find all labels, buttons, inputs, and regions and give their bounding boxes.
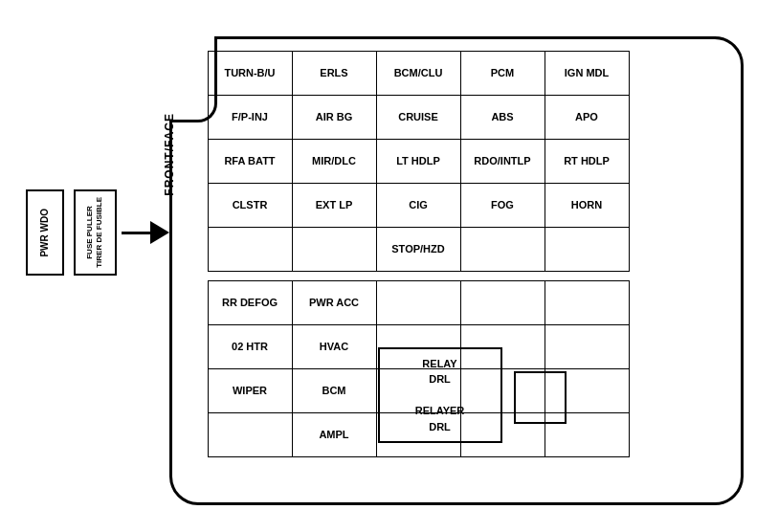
cell-fog: FOG [460,184,545,228]
cell-empty-4 [545,228,629,272]
cell-air-bg: AIR BG [292,96,376,140]
cell-apo: APO [545,96,629,140]
pwr-wdo-label: PWR WDO [39,209,51,257]
cell-b-empty-6 [545,325,629,369]
cell-pcm: PCM [460,52,545,96]
cell-cruise: CRUISE [376,96,460,140]
cell-fp-inj: F/P-INJ [208,96,292,140]
cell-ext-lp: EXT LP [292,184,376,228]
relay-drl-box: RELAYDRLRELAYERDRL [378,347,502,443]
cell-rr-defog: RR DEFOG [208,281,292,325]
pwr-wdo-box: PWR WDO [26,189,64,276]
cell-rt-hdlp: RT HDLP [545,140,629,184]
cell-rfa-batt: RFA BATT [208,140,292,184]
cell-wiper: WIPER [208,369,292,413]
cell-turn-bu: TURN-B/U [208,52,292,96]
relay-drl-label: RELAYDRLRELAYERDRL [415,356,465,435]
cell-empty-wiper2 [208,413,292,457]
cell-hvac: HVAC [292,325,376,369]
cell-empty-2 [292,228,376,272]
cell-ampl: AMPL [292,413,376,457]
cell-b-empty-1 [376,281,460,325]
cell-lt-hdlp: LT HDLP [376,140,460,184]
small-fuse-box [514,371,567,424]
front-face-label: FRONT/FACE [163,113,176,196]
diagram-wrapper: FRONT/FACE PWR WDO FUSE PULLER TIRER DE … [16,17,763,515]
cell-rdo-intlp: RDO/INTLP [460,140,545,184]
cell-b-empty-3 [545,281,629,325]
cell-ign-mdl: IGN MDL [545,52,629,96]
main-fuse-table: TURN-B/U ERLS BCM/CLU PCM IGN MDL F/P-IN… [208,51,630,272]
cell-pwr-acc: PWR ACC [292,281,376,325]
fuse-puller-label: FUSE PULLER TIRER DE FUSIBLE [85,197,103,268]
cell-02-htr: 02 HTR [208,325,292,369]
cell-b-empty-2 [460,281,545,325]
cell-horn: HORN [545,184,629,228]
cell-cig: CIG [376,184,460,228]
cell-abs: ABS [460,96,545,140]
cell-stop-hzd: STOP/HZD [376,228,460,272]
cell-empty-3 [460,228,545,272]
arrow-right [122,223,169,242]
fuse-puller-box: FUSE PULLER TIRER DE FUSIBLE [74,189,117,276]
cell-bcm: BCM [292,369,376,413]
cell-empty-1 [208,228,292,272]
cell-bcm-clu: BCM/CLU [376,52,460,96]
cell-clstr: CLSTR [208,184,292,228]
cell-mir-dlc: MIR/DLC [292,140,376,184]
cell-erls: ERLS [292,52,376,96]
